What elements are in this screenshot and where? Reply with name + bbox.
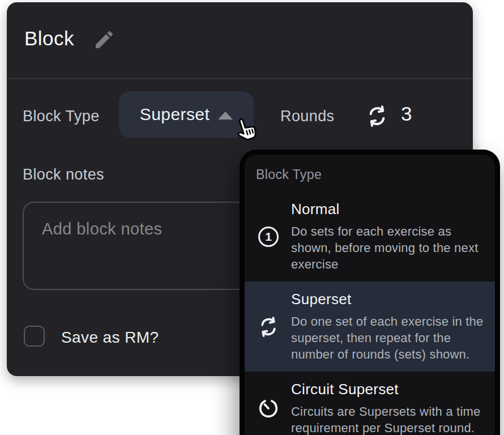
- option-circuit-superset[interactable]: Circuit Superset Circuits are Supersets …: [245, 372, 495, 435]
- save-rm-checkbox[interactable]: [24, 326, 45, 347]
- option-normal[interactable]: 1 Normal Do sets for each exercise as sh…: [245, 191, 495, 282]
- caret-up-icon: [218, 112, 233, 120]
- block-type-popup: Block Type 1 Normal Do sets for each exe…: [240, 150, 500, 435]
- option-superset[interactable]: Superset Do one set of each exercise in …: [245, 282, 495, 372]
- edit-pencil-icon[interactable]: [93, 28, 116, 51]
- option-description: Circuits are Supersets with a time requi…: [291, 403, 484, 435]
- save-rm-label: Save as RM?: [61, 329, 159, 347]
- block-type-value: Superset: [140, 105, 210, 124]
- block-type-label: Block Type: [23, 108, 100, 125]
- option-description: Do one set of each exercise in the super…: [291, 313, 484, 362]
- option-title: Superset: [291, 291, 484, 308]
- block-notes-label: Block notes: [23, 166, 104, 184]
- rounds-value[interactable]: 3: [401, 103, 412, 125]
- popup-header: Block Type: [256, 167, 484, 182]
- page-title: Block: [24, 27, 74, 50]
- pointer-hand-cursor: [233, 115, 262, 144]
- option-title: Circuit Superset: [291, 381, 484, 398]
- timer-icon: [258, 398, 279, 419]
- option-description: Do sets for each exercise as shown, befo…: [291, 223, 484, 272]
- circled-one-icon: 1: [258, 227, 279, 247]
- repeat-cycle-icon: [366, 105, 388, 127]
- rounds-label: Rounds: [280, 108, 334, 125]
- option-title: Normal: [291, 201, 484, 218]
- repeat-cycle-icon: [258, 316, 279, 338]
- header-divider: [7, 78, 473, 79]
